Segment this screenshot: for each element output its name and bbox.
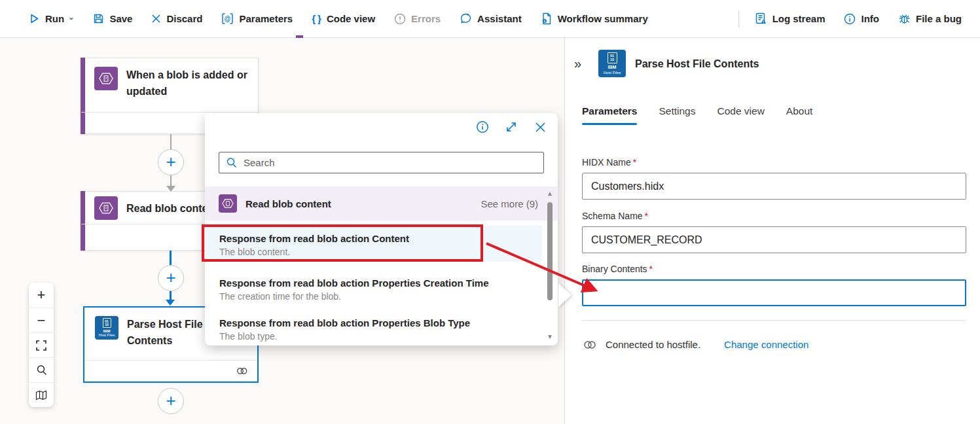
picker-search-input[interactable] xyxy=(244,157,537,168)
scroll-up-icon[interactable]: ▲ xyxy=(547,190,553,197)
log-stream-button[interactable]: Log stream xyxy=(755,12,826,25)
collapse-panel-icon[interactable]: » xyxy=(574,56,581,71)
required-asterisk: * xyxy=(649,264,653,274)
scroll-position-indicator xyxy=(296,35,303,38)
search-canvas-button[interactable] xyxy=(29,357,54,382)
token-title: Response from read blob action Propertie… xyxy=(219,316,542,330)
insert-step-button[interactable]: + xyxy=(158,265,184,291)
code-view-label: Code view xyxy=(327,13,375,24)
connection-status: Connected to hostfile. xyxy=(606,339,700,350)
info-icon xyxy=(476,120,489,133)
search-icon xyxy=(226,157,237,168)
chevron-down-icon: ⌄ xyxy=(68,13,74,22)
tab-about[interactable]: About xyxy=(786,105,813,125)
picker-scrollbar[interactable]: ▲ ▼ xyxy=(545,190,555,340)
info-icon xyxy=(844,13,856,25)
binary-contents-input[interactable] xyxy=(582,279,966,306)
svg-text:@: @ xyxy=(225,15,231,22)
hidx-name-input[interactable] xyxy=(582,173,966,200)
ibm-host-files-icon: 0110 IBM Host Files xyxy=(95,316,118,340)
insert-step-button[interactable]: + xyxy=(158,388,184,414)
close-icon xyxy=(535,122,546,133)
assistant-label: Assistant xyxy=(477,13,522,24)
binary-contents-label: Binary Contents* xyxy=(582,264,653,274)
change-connection-link[interactable]: Change connection xyxy=(724,339,808,350)
connector-line xyxy=(170,134,172,150)
picker-section-read-blob-content[interactable]: Read blob content See more (9) xyxy=(205,186,558,221)
save-button[interactable]: Save xyxy=(93,13,132,24)
code-view-button[interactable]: { } Code view xyxy=(312,13,375,24)
code-view-icon: { } xyxy=(312,13,321,24)
search-icon xyxy=(36,364,47,376)
section-title: Read blob content xyxy=(245,198,472,209)
toolbar-divider xyxy=(738,10,739,27)
file-a-bug-button[interactable]: File a bug xyxy=(898,12,962,25)
token-item-content[interactable]: Response from read blob action Content T… xyxy=(205,226,542,262)
run-icon xyxy=(29,13,40,24)
errors-icon xyxy=(394,13,406,25)
discard-button[interactable]: Discard xyxy=(151,13,202,24)
log-stream-label: Log stream xyxy=(772,13,826,24)
zoom-out-button[interactable]: − xyxy=(29,308,54,332)
node-footer xyxy=(84,360,257,381)
log-stream-icon xyxy=(755,12,767,25)
assistant-button[interactable]: Assistant xyxy=(460,12,522,25)
token-item-creation-time[interactable]: Response from read blob action Propertie… xyxy=(205,270,542,300)
token-description: The blob type. xyxy=(219,330,542,344)
picker-expand-button[interactable] xyxy=(504,120,518,134)
token-item-blob-type[interactable]: Response from read blob action Propertie… xyxy=(205,310,542,340)
parameters-icon: @ xyxy=(221,12,234,25)
picker-search-box xyxy=(219,152,544,173)
scroll-down-icon[interactable]: ▼ xyxy=(547,334,553,340)
token-title: Response from read blob action Propertie… xyxy=(219,276,542,290)
errors-button[interactable]: Errors xyxy=(394,13,441,25)
canvas-controls: + − xyxy=(29,283,54,407)
toolbar-right-group: Log stream Info File a bug xyxy=(738,10,962,27)
fit-view-icon xyxy=(36,340,46,351)
picker-close-button[interactable] xyxy=(533,120,547,134)
save-label: Save xyxy=(109,13,132,24)
callout-beak xyxy=(558,283,572,307)
node-title: Read blob content xyxy=(126,200,218,217)
connector-line xyxy=(170,175,172,186)
azure-blob-storage-icon xyxy=(94,196,118,220)
connection-row: Connected to hostfile. Change connection xyxy=(583,339,808,350)
info-button[interactable]: Info xyxy=(844,13,879,25)
hidx-name-label: HIDX Name* xyxy=(582,157,636,168)
panel-title: Parse Host File Contents xyxy=(635,58,759,70)
dynamic-content-picker: Read blob content See more (9) Response … xyxy=(205,113,558,345)
scrollbar-thumb[interactable] xyxy=(547,202,553,300)
tab-code-view[interactable]: Code view xyxy=(717,105,764,125)
connector-arrowhead-active xyxy=(166,300,175,306)
tab-parameters[interactable]: Parameters xyxy=(582,105,637,125)
schema-name-input[interactable] xyxy=(582,226,966,253)
parameters-label: Parameters xyxy=(239,13,293,24)
see-more-link[interactable]: See more (9) xyxy=(481,198,538,209)
zoom-in-button[interactable]: + xyxy=(29,283,54,308)
minimap-button[interactable] xyxy=(29,382,54,407)
insert-step-button[interactable]: + xyxy=(158,149,184,175)
parameters-button[interactable]: @ Parameters xyxy=(221,12,293,25)
required-asterisk: * xyxy=(645,211,648,221)
azure-blob-storage-icon xyxy=(219,194,237,213)
expand-icon xyxy=(505,120,518,133)
assistant-icon xyxy=(460,12,472,25)
picker-header xyxy=(475,120,547,134)
file-a-bug-label: File a bug xyxy=(916,13,962,24)
run-button[interactable]: Run ⌄ xyxy=(29,13,74,24)
errors-label: Errors xyxy=(411,13,441,24)
connector-line-active xyxy=(170,251,172,265)
token-description: The blob content. xyxy=(219,245,542,259)
discard-label: Discard xyxy=(166,13,202,24)
tab-settings[interactable]: Settings xyxy=(659,105,695,125)
bug-icon xyxy=(898,12,911,25)
picker-info-button[interactable] xyxy=(475,120,490,134)
workflow-summary-button[interactable]: Workflow summary xyxy=(541,12,648,25)
minimap-icon xyxy=(35,390,47,400)
fit-view-button[interactable] xyxy=(29,332,54,357)
discard-icon xyxy=(151,14,161,24)
panel-divider xyxy=(582,320,966,321)
schema-name-label: Schema Name* xyxy=(582,211,648,221)
designer-toolbar: Run ⌄ Save Discard @ Parameters { } Code… xyxy=(0,0,980,38)
azure-blob-storage-icon xyxy=(94,67,118,90)
